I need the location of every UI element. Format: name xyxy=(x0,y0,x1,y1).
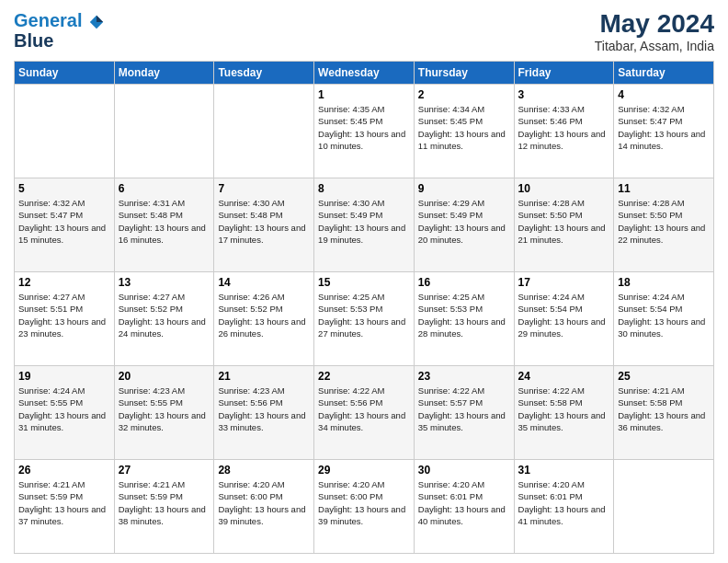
day-number-8: 8 xyxy=(318,182,410,195)
header-saturday: Saturday xyxy=(614,62,714,85)
day-info-13: Sunrise: 4:27 AM Sunset: 5:52 PM Dayligh… xyxy=(119,291,210,339)
day-info-4: Sunrise: 4:32 AM Sunset: 5:47 PM Dayligh… xyxy=(618,103,710,152)
day-number-11: 11 xyxy=(618,182,710,195)
day-number-5: 5 xyxy=(18,182,110,195)
cell-w4-d1: 20Sunrise: 4:23 AM Sunset: 5:55 PM Dayli… xyxy=(114,366,214,460)
cell-w2-d0: 5Sunrise: 4:32 AM Sunset: 5:47 PM Daylig… xyxy=(15,178,115,272)
calendar-table: Sunday Monday Tuesday Wednesday Thursday… xyxy=(14,61,714,554)
day-info-11: Sunrise: 4:28 AM Sunset: 5:50 PM Dayligh… xyxy=(618,197,710,246)
day-number-1: 1 xyxy=(318,88,410,101)
day-number-31: 31 xyxy=(518,464,610,477)
day-info-26: Sunrise: 4:21 AM Sunset: 5:59 PM Dayligh… xyxy=(18,478,110,527)
cell-w5-d6 xyxy=(614,460,714,554)
day-info-1: Sunrise: 4:35 AM Sunset: 5:45 PM Dayligh… xyxy=(318,103,410,152)
day-info-21: Sunrise: 4:23 AM Sunset: 5:56 PM Dayligh… xyxy=(218,385,310,433)
header-tuesday: Tuesday xyxy=(214,62,314,85)
cell-w5-d3: 29Sunrise: 4:20 AM Sunset: 6:00 PM Dayli… xyxy=(314,460,415,554)
day-number-25: 25 xyxy=(618,370,710,383)
day-info-15: Sunrise: 4:25 AM Sunset: 5:53 PM Dayligh… xyxy=(318,291,410,339)
day-info-30: Sunrise: 4:20 AM Sunset: 6:01 PM Dayligh… xyxy=(418,478,510,527)
cell-w3-d1: 13Sunrise: 4:27 AM Sunset: 5:52 PM Dayli… xyxy=(114,272,214,366)
day-number-28: 28 xyxy=(218,464,310,477)
day-number-24: 24 xyxy=(518,370,610,383)
week-row-1: 1Sunrise: 4:35 AM Sunset: 5:45 PM Daylig… xyxy=(15,85,714,178)
day-number-27: 27 xyxy=(119,464,210,477)
cell-w1-d2 xyxy=(214,85,314,178)
cell-w1-d3: 1Sunrise: 4:35 AM Sunset: 5:45 PM Daylig… xyxy=(314,85,415,178)
day-info-19: Sunrise: 4:24 AM Sunset: 5:55 PM Dayligh… xyxy=(18,385,110,433)
day-number-18: 18 xyxy=(618,276,710,289)
day-number-12: 12 xyxy=(18,276,110,289)
cell-w3-d3: 15Sunrise: 4:25 AM Sunset: 5:53 PM Dayli… xyxy=(314,272,415,366)
day-info-22: Sunrise: 4:22 AM Sunset: 5:56 PM Dayligh… xyxy=(318,385,410,433)
cell-w5-d0: 26Sunrise: 4:21 AM Sunset: 5:59 PM Dayli… xyxy=(15,460,115,554)
cell-w2-d2: 7Sunrise: 4:30 AM Sunset: 5:48 PM Daylig… xyxy=(214,178,314,272)
cell-w2-d5: 10Sunrise: 4:28 AM Sunset: 5:50 PM Dayli… xyxy=(514,178,614,272)
header-thursday: Thursday xyxy=(414,62,514,85)
cell-w3-d6: 18Sunrise: 4:24 AM Sunset: 5:54 PM Dayli… xyxy=(614,272,714,366)
day-info-31: Sunrise: 4:20 AM Sunset: 6:01 PM Dayligh… xyxy=(518,478,610,527)
day-number-29: 29 xyxy=(318,464,410,477)
day-number-9: 9 xyxy=(418,182,510,195)
logo-text: General xyxy=(14,11,105,30)
cell-w1-d1 xyxy=(114,85,214,178)
day-number-14: 14 xyxy=(218,276,310,289)
day-number-13: 13 xyxy=(119,276,210,289)
cell-w2-d3: 8Sunrise: 4:30 AM Sunset: 5:49 PM Daylig… xyxy=(314,178,415,272)
cell-w4-d2: 21Sunrise: 4:23 AM Sunset: 5:56 PM Dayli… xyxy=(214,366,314,460)
day-info-7: Sunrise: 4:30 AM Sunset: 5:48 PM Dayligh… xyxy=(218,197,310,246)
day-info-5: Sunrise: 4:32 AM Sunset: 5:47 PM Dayligh… xyxy=(18,197,110,246)
cell-w5-d1: 27Sunrise: 4:21 AM Sunset: 5:59 PM Dayli… xyxy=(114,460,214,554)
weekday-header-row: Sunday Monday Tuesday Wednesday Thursday… xyxy=(15,62,714,85)
cell-w4-d4: 23Sunrise: 4:22 AM Sunset: 5:57 PM Dayli… xyxy=(414,366,514,460)
day-info-10: Sunrise: 4:28 AM Sunset: 5:50 PM Dayligh… xyxy=(518,197,610,246)
day-info-16: Sunrise: 4:25 AM Sunset: 5:53 PM Dayligh… xyxy=(418,291,510,339)
day-info-14: Sunrise: 4:26 AM Sunset: 5:52 PM Dayligh… xyxy=(218,291,310,339)
header-monday: Monday xyxy=(114,62,214,85)
day-number-26: 26 xyxy=(18,464,110,477)
cell-w1-d4: 2Sunrise: 4:34 AM Sunset: 5:45 PM Daylig… xyxy=(414,85,514,178)
cell-w4-d6: 25Sunrise: 4:21 AM Sunset: 5:58 PM Dayli… xyxy=(614,366,714,460)
svg-marker-1 xyxy=(97,16,103,22)
day-info-18: Sunrise: 4:24 AM Sunset: 5:54 PM Dayligh… xyxy=(618,291,710,339)
day-number-3: 3 xyxy=(518,88,610,101)
day-number-17: 17 xyxy=(518,276,610,289)
cell-w3-d5: 17Sunrise: 4:24 AM Sunset: 5:54 PM Dayli… xyxy=(514,272,614,366)
cell-w5-d4: 30Sunrise: 4:20 AM Sunset: 6:01 PM Dayli… xyxy=(414,460,514,554)
cell-w4-d5: 24Sunrise: 4:22 AM Sunset: 5:58 PM Dayli… xyxy=(514,366,614,460)
logo-blue: Blue xyxy=(14,30,53,52)
cell-w3-d4: 16Sunrise: 4:25 AM Sunset: 5:53 PM Dayli… xyxy=(414,272,514,366)
day-info-2: Sunrise: 4:34 AM Sunset: 5:45 PM Dayligh… xyxy=(418,103,510,152)
header-friday: Friday xyxy=(514,62,614,85)
header: General Blue May 2024 Titabar, Assam, In… xyxy=(14,9,714,53)
week-row-2: 5Sunrise: 4:32 AM Sunset: 5:47 PM Daylig… xyxy=(15,178,714,272)
day-number-10: 10 xyxy=(518,182,610,195)
location: Titabar, Assam, India xyxy=(595,39,714,53)
day-number-2: 2 xyxy=(418,88,510,101)
header-sunday: Sunday xyxy=(15,62,115,85)
day-number-16: 16 xyxy=(418,276,510,289)
logo-icon xyxy=(88,14,105,30)
day-number-4: 4 xyxy=(618,88,710,101)
cell-w1-d0 xyxy=(15,85,115,178)
day-info-9: Sunrise: 4:29 AM Sunset: 5:49 PM Dayligh… xyxy=(418,197,510,246)
day-info-3: Sunrise: 4:33 AM Sunset: 5:46 PM Dayligh… xyxy=(518,103,610,152)
day-info-24: Sunrise: 4:22 AM Sunset: 5:58 PM Dayligh… xyxy=(518,385,610,433)
cell-w4-d3: 22Sunrise: 4:22 AM Sunset: 5:56 PM Dayli… xyxy=(314,366,415,460)
page: General Blue May 2024 Titabar, Assam, In… xyxy=(0,0,728,563)
day-number-19: 19 xyxy=(18,370,110,383)
cell-w2-d4: 9Sunrise: 4:29 AM Sunset: 5:49 PM Daylig… xyxy=(414,178,514,272)
day-info-12: Sunrise: 4:27 AM Sunset: 5:51 PM Dayligh… xyxy=(18,291,110,339)
logo: General Blue xyxy=(14,11,105,52)
day-info-27: Sunrise: 4:21 AM Sunset: 5:59 PM Dayligh… xyxy=(119,478,210,527)
title-block: May 2024 Titabar, Assam, India xyxy=(595,9,714,53)
cell-w4-d0: 19Sunrise: 4:24 AM Sunset: 5:55 PM Dayli… xyxy=(15,366,115,460)
week-row-4: 19Sunrise: 4:24 AM Sunset: 5:55 PM Dayli… xyxy=(15,366,714,460)
cell-w3-d2: 14Sunrise: 4:26 AM Sunset: 5:52 PM Dayli… xyxy=(214,272,314,366)
cell-w3-d0: 12Sunrise: 4:27 AM Sunset: 5:51 PM Dayli… xyxy=(15,272,115,366)
cell-w1-d6: 4Sunrise: 4:32 AM Sunset: 5:47 PM Daylig… xyxy=(614,85,714,178)
day-number-15: 15 xyxy=(318,276,410,289)
cell-w2-d1: 6Sunrise: 4:31 AM Sunset: 5:48 PM Daylig… xyxy=(114,178,214,272)
day-info-20: Sunrise: 4:23 AM Sunset: 5:55 PM Dayligh… xyxy=(119,385,210,433)
month-title: May 2024 xyxy=(595,9,714,39)
